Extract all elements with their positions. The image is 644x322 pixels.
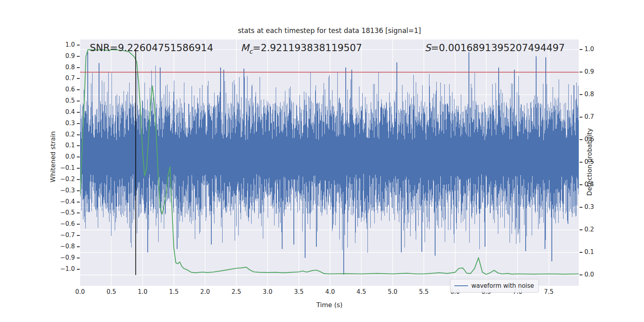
tick-mark	[580, 184, 582, 185]
tick-mark	[580, 117, 582, 118]
left-tick-label: −0.3	[56, 188, 75, 194]
tick-mark	[580, 229, 582, 230]
left-tick-label: −0.4	[56, 199, 75, 205]
tick-mark	[580, 207, 582, 208]
left-tick-label: 0.2	[56, 132, 75, 138]
legend-waveform-line-icon	[454, 285, 468, 286]
tick-mark	[77, 179, 80, 180]
left-tick-label: 0.5	[56, 98, 75, 104]
right-tick-label: 0.1	[584, 249, 603, 255]
tick-mark	[77, 258, 80, 258]
x-tick-label: 2.0	[197, 289, 213, 295]
annotation-chirp-mass: Mc=2.921193838119507	[241, 42, 362, 55]
right-tick-label: 0.0	[584, 272, 603, 278]
left-tick-label: −0.7	[56, 232, 75, 238]
right-tick-label: 0.8	[584, 91, 603, 97]
left-tick-label: 0.9	[56, 53, 75, 59]
tick-mark	[77, 213, 80, 213]
tick-mark	[77, 101, 80, 101]
right-tick-label: 0.2	[584, 227, 603, 233]
tick-mark	[580, 139, 582, 140]
tick-mark	[580, 275, 582, 275]
x-axis-label: Time (s)	[80, 301, 579, 309]
tick-mark	[77, 190, 80, 191]
tick-mark	[77, 224, 80, 225]
x-tick-label: 5.0	[384, 289, 400, 295]
x-tick-label: 7.5	[541, 289, 557, 295]
left-tick-label: −1.0	[56, 266, 75, 272]
x-tick-label: 1.5	[166, 289, 182, 295]
annotation-significance: S=0.0016891395207494497	[425, 42, 565, 54]
tick-mark	[77, 269, 80, 270]
x-tick-label: 3.0	[260, 289, 276, 295]
tick-mark	[77, 78, 80, 79]
tick-mark	[580, 162, 582, 163]
tick-mark	[77, 89, 80, 90]
chart-title: stats at each timestep for test data 181…	[80, 27, 579, 35]
x-tick-label: 3.5	[291, 289, 307, 295]
tick-mark	[77, 157, 80, 157]
x-tick-label: 1.0	[134, 289, 151, 295]
left-tick-label: 0.1	[56, 142, 75, 149]
left-tick-label: 0.4	[56, 109, 75, 115]
right-tick-label: 1.0	[584, 46, 603, 52]
left-tick-label: 0.3	[56, 120, 75, 126]
tick-mark	[77, 235, 80, 236]
left-tick-label: −0.6	[56, 221, 75, 227]
tick-mark	[77, 246, 80, 247]
tick-mark	[77, 202, 80, 202]
left-tick-label: 0.0	[56, 154, 75, 160]
left-tick-label: −0.2	[56, 176, 75, 182]
plot-area: SNR=9.22604751586914 Mc=2.92119383811950…	[80, 39, 579, 286]
legend-label: waveform with noise	[471, 282, 534, 289]
figure: stats at each timestep for test data 181…	[0, 0, 644, 322]
left-tick-label: 0.6	[56, 87, 75, 93]
tick-mark	[77, 123, 80, 124]
left-tick-label: −0.5	[56, 210, 75, 216]
x-tick-label: 0.5	[103, 289, 120, 295]
left-tick-label: −0.9	[56, 255, 75, 261]
x-tick-label: 4.5	[353, 289, 369, 295]
left-axis-label: Whitened strain	[49, 113, 57, 201]
left-tick-label: 0.7	[56, 75, 75, 81]
left-tick-label: 0.8	[56, 64, 75, 70]
tick-mark	[77, 67, 80, 68]
tick-mark	[77, 134, 80, 135]
left-tick-label: 1.0	[56, 42, 75, 48]
tick-mark	[580, 94, 582, 95]
x-tick-label: 0.0	[72, 289, 88, 295]
tick-mark	[580, 252, 582, 253]
tick-mark	[580, 72, 582, 72]
annotation-snr: SNR=9.22604751586914	[90, 42, 213, 54]
x-tick-label: 2.5	[228, 289, 244, 295]
tick-mark	[77, 168, 80, 169]
left-tick-label: −0.1	[56, 165, 75, 171]
x-tick-label: 4.0	[322, 289, 338, 295]
right-tick-label: 0.9	[584, 69, 603, 75]
left-tick-label: −0.8	[56, 244, 75, 250]
tick-mark	[580, 49, 582, 50]
tick-mark	[77, 56, 80, 57]
legend: waveform with noise	[450, 279, 539, 293]
tick-mark	[77, 145, 80, 146]
tick-mark	[77, 45, 80, 45]
chart-canvas	[80, 39, 579, 286]
right-axis-label: Detection probability	[586, 118, 593, 206]
x-tick-label: 5.5	[416, 289, 432, 295]
tick-mark	[77, 112, 80, 113]
